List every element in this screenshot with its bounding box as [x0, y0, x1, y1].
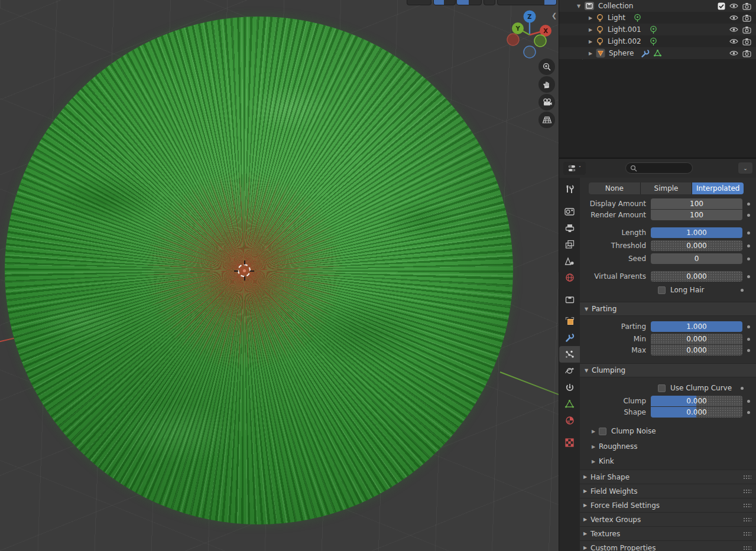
sphere-label[interactable]: Sphere — [609, 49, 634, 57]
3d-viewport[interactable]: ❮ Z Y X — [0, 0, 559, 551]
tab-tool[interactable] — [559, 181, 580, 198]
mode-simple-button[interactable]: Simple — [641, 182, 692, 194]
drag-handle[interactable] — [743, 475, 751, 479]
virtual-parents-slider[interactable]: 0.000 — [651, 271, 742, 282]
tab-object[interactable] — [559, 313, 580, 330]
parting-panel-header[interactable]: ▼ Parting — [580, 302, 756, 316]
clump-slider[interactable]: 0.000 — [651, 396, 742, 406]
textures-panel[interactable]: ▶ Textures — [580, 527, 756, 541]
tab-render[interactable] — [559, 203, 580, 220]
editor-type-button[interactable]: ˅ — [563, 162, 586, 175]
kink-subpanel[interactable]: ▶ Kink — [580, 456, 756, 467]
perspective-toggle-button[interactable] — [538, 112, 555, 128]
disclosure-triangle-icon[interactable]: ▼ — [576, 4, 582, 9]
disclosure-triangle-icon[interactable]: ▶ — [588, 39, 593, 44]
long-hair-checkbox[interactable] — [658, 286, 666, 294]
outliner-row-light-002[interactable]: ▶ Light.002 — [559, 35, 756, 47]
drag-handle[interactable] — [743, 503, 751, 507]
zoom-button[interactable] — [538, 58, 555, 75]
animate-dot[interactable] — [747, 214, 750, 217]
animate-dot[interactable] — [747, 411, 750, 414]
tab-particles[interactable] — [559, 346, 580, 363]
animate-dot[interactable] — [741, 289, 744, 292]
checkbox-checked-icon[interactable] — [718, 2, 725, 10]
drag-handle[interactable] — [743, 532, 751, 536]
max-slider[interactable]: 0.000 — [651, 345, 742, 356]
modifier-wrench-icon[interactable] — [641, 49, 650, 58]
drag-handle[interactable] — [743, 489, 751, 493]
tab-constraints[interactable] — [559, 379, 580, 396]
tab-view-layer[interactable] — [559, 236, 580, 253]
threshold-slider[interactable]: 0.000 — [651, 240, 742, 251]
min-slider[interactable]: 0.000 — [651, 334, 742, 344]
camera-visibility-icon[interactable] — [742, 50, 751, 57]
camera-visibility-icon[interactable] — [742, 26, 751, 34]
custom-properties-panel[interactable]: ▶ Custom Properties — [580, 541, 756, 551]
light-002-label[interactable]: Light.002 — [608, 37, 641, 45]
seed-field[interactable]: 0 — [651, 253, 742, 264]
drag-handle[interactable] — [743, 546, 751, 550]
eye-icon[interactable] — [729, 14, 738, 21]
parting-slider[interactable]: 1.000 — [651, 321, 742, 332]
tab-texture[interactable] — [559, 434, 580, 451]
drag-handle[interactable] — [743, 517, 751, 521]
animate-dot[interactable] — [747, 275, 750, 278]
force-field-settings-panel[interactable]: ▶ Force Field Settings — [580, 498, 756, 513]
outliner-row-light-001[interactable]: ▶ Light.001 — [559, 24, 756, 35]
clump-noise-checkbox[interactable] — [599, 428, 606, 435]
mode-interpolated-button[interactable]: Interpolated — [692, 182, 744, 194]
tab-physics[interactable] — [559, 363, 580, 379]
animate-dot[interactable] — [747, 244, 750, 247]
shading-mode-buttons-fragment[interactable] — [497, 0, 557, 5]
render-amount-field[interactable]: 100 — [651, 210, 742, 220]
eye-icon[interactable] — [729, 38, 738, 45]
clumping-panel-header[interactable]: ▼ Clumping — [580, 363, 756, 377]
collection-label[interactable]: Collection — [598, 2, 633, 10]
overlay-toggle-fragment[interactable] — [456, 0, 482, 5]
search-input[interactable] — [625, 162, 693, 174]
disclosure-triangle-icon[interactable]: ▶ — [588, 15, 593, 21]
hair-shape-panel[interactable]: ▶ Hair Shape — [580, 470, 756, 484]
mode-none-button[interactable]: None — [589, 182, 640, 194]
camera-view-button[interactable] — [538, 94, 555, 110]
outliner-row-collection[interactable]: ▼ Collection — [559, 0, 756, 12]
animate-dot[interactable] — [747, 325, 750, 328]
eye-icon[interactable] — [729, 50, 738, 57]
light-label[interactable]: Light — [608, 14, 625, 22]
tab-collection[interactable] — [559, 291, 580, 308]
animate-dot[interactable] — [747, 257, 750, 260]
gizmo-neg-z-axis[interactable] — [524, 46, 536, 58]
clump-noise-subpanel[interactable]: ▶ Clump Noise — [580, 426, 756, 436]
display-amount-field[interactable]: 100 — [651, 198, 742, 209]
gizmo-neg-y-axis[interactable] — [534, 35, 546, 47]
animate-dot[interactable] — [747, 400, 750, 403]
vertex-groups-panel[interactable]: ▶ Vertex Groups — [580, 513, 756, 527]
outliner-row-sphere[interactable]: ▶ Sphere — [559, 47, 756, 59]
tab-world[interactable] — [559, 269, 580, 286]
tab-scene[interactable] — [559, 253, 580, 269]
animate-dot[interactable] — [747, 232, 750, 234]
proportional-edit-fragment[interactable] — [433, 0, 456, 5]
eye-icon[interactable] — [729, 2, 738, 9]
camera-visibility-icon[interactable] — [742, 14, 751, 22]
animate-dot[interactable] — [747, 203, 750, 206]
tab-output[interactable] — [559, 220, 580, 236]
length-slider[interactable]: 1.000 — [651, 227, 742, 238]
outliner-row-light[interactable]: ▶ Light — [559, 12, 756, 24]
tab-object-data[interactable] — [559, 396, 580, 412]
snapping-dropdown-fragment[interactable] — [407, 0, 431, 5]
camera-visibility-icon[interactable] — [742, 2, 751, 10]
field-weights-panel[interactable]: ▶ Field Weights — [580, 484, 756, 498]
pan-button[interactable] — [538, 76, 555, 93]
eye-icon[interactable] — [729, 26, 738, 33]
disclosure-triangle-icon[interactable]: ▶ — [588, 51, 593, 56]
light-data-icon[interactable] — [650, 25, 657, 34]
light-001-label[interactable]: Light.001 — [608, 25, 641, 34]
light-data-icon[interactable] — [650, 37, 657, 46]
shape-slider[interactable]: 0.000 — [651, 407, 742, 418]
properties-options-button[interactable]: ⌄ — [738, 162, 752, 174]
tab-material[interactable] — [559, 412, 580, 429]
light-data-icon[interactable] — [634, 14, 641, 22]
roughness-subpanel[interactable]: ▶ Roughness — [580, 441, 756, 452]
gizmo-toggle-fragment[interactable] — [484, 0, 495, 5]
